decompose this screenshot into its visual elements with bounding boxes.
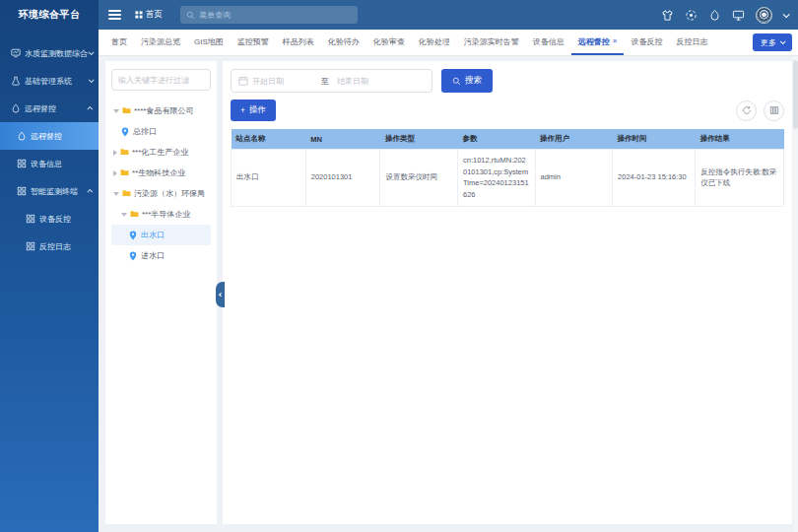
- breadcrumb-home-label: 首页: [146, 9, 163, 21]
- refresh-button[interactable]: [736, 100, 757, 121]
- tab-lab-review[interactable]: 化验审查: [366, 30, 412, 55]
- folder-icon: [120, 148, 129, 157]
- tab-gis-map[interactable]: GIS地图: [187, 30, 231, 55]
- table-row[interactable]: 出水口 2020101301 设置数采仪时间 cn:1012,rtuMN:202…: [232, 150, 784, 207]
- more-tabs-button[interactable]: 更多: [753, 33, 792, 51]
- location-pin-icon: [121, 127, 130, 136]
- scrollbar-thumb[interactable]: [793, 60, 798, 129]
- sidebar-item-label: 设备反控: [39, 214, 71, 225]
- search-icon: [186, 11, 195, 20]
- analysis-icon: [11, 48, 21, 58]
- flame-icon[interactable]: [708, 9, 721, 22]
- sidebar-item-label: 水质监测数据综合分析: [25, 48, 89, 59]
- col-site-name: 站点名称: [232, 129, 306, 150]
- cell-params: cn:1012,rtuMN:2020101301,cp:SystemTime=2…: [458, 150, 536, 207]
- monitor-icon[interactable]: [732, 9, 745, 22]
- table-tools: [736, 100, 784, 121]
- tab-reverse-control-log[interactable]: 反控日志: [669, 30, 714, 55]
- end-date-input[interactable]: [337, 77, 398, 86]
- cell-op-type: 设置数采仪时间: [380, 150, 458, 207]
- chevron-left-icon: [219, 293, 223, 297]
- tab-lab-process[interactable]: 化验处理: [412, 30, 457, 55]
- tree-node-company-biotech[interactable]: **生物科技企业: [111, 163, 211, 183]
- tree-node-label: 出水口: [141, 230, 165, 240]
- start-date-input[interactable]: [252, 77, 313, 86]
- search-icon: [452, 77, 461, 86]
- hamburger-icon[interactable]: [108, 10, 121, 20]
- site-tree-panel: ****食品有限公司 总排口 ***化工生产企业 **生物科技企业: [105, 61, 217, 524]
- tree-node-epa-bureau[interactable]: 污染源（水）环保局: [111, 183, 211, 204]
- col-op-time: 操作时间: [613, 129, 696, 150]
- page-scrollbar[interactable]: [793, 56, 798, 532]
- tab-lab-todo[interactable]: 化验待办: [321, 30, 366, 55]
- tab-pollution-overview[interactable]: 污染源总览: [134, 30, 187, 55]
- tree-node-label: **生物科技企业: [132, 167, 185, 178]
- cell-site-name: 出水口: [232, 150, 306, 207]
- grid-icon: [26, 241, 35, 251]
- tab-device-reverse-control[interactable]: 设备反控: [624, 30, 669, 55]
- tree-node-outlet[interactable]: 出水口: [111, 225, 211, 245]
- caret-right-icon: [113, 150, 117, 156]
- calendar-icon: [238, 76, 248, 86]
- tree-collapse-handle[interactable]: [216, 282, 225, 307]
- tab-sample-list[interactable]: 样品列表: [276, 30, 321, 55]
- breadcrumb[interactable]: 首页: [135, 9, 163, 21]
- app-title: 环境综合平台: [0, 0, 99, 30]
- col-params: 参数: [458, 129, 536, 150]
- tree-node-company-food[interactable]: ****食品有限公司: [111, 100, 211, 121]
- location-pin-icon: [129, 251, 138, 260]
- tree-node-inlet[interactable]: 进水口: [111, 245, 211, 266]
- management-icon: [11, 76, 21, 86]
- operation-log-table: 站点名称 MN 操作类型 参数 操作用户 操作时间 操作结果 出水口 20201…: [231, 129, 784, 207]
- search-button[interactable]: 搜索: [441, 69, 493, 93]
- chevron-down-icon[interactable]: [783, 11, 790, 18]
- sidebar-item-device-reverse-control[interactable]: 设备反控: [0, 205, 99, 233]
- tree-node-label: 污染源（水）环保局: [134, 188, 205, 199]
- sidebar-item-reverse-control-log[interactable]: 反控日志: [0, 233, 99, 260]
- tree-filter-input[interactable]: [111, 69, 211, 91]
- chevron-down-icon: [780, 38, 786, 44]
- sidebar-item-device-info[interactable]: 设备信息: [0, 150, 99, 177]
- tree-node-company-chemical[interactable]: ***化工生产企业: [111, 142, 211, 163]
- tab-device-info[interactable]: 设备信息: [526, 30, 571, 55]
- tab-home[interactable]: 首页: [104, 30, 134, 55]
- tree-node-label: ***化工生产企业: [132, 147, 188, 158]
- avatar[interactable]: [756, 7, 772, 24]
- cell-op-result: 反控指令执行失败:数采仪已下线: [696, 150, 784, 207]
- date-separator-label: 至: [317, 76, 333, 87]
- grid-icon: [26, 214, 35, 224]
- tab-monitor-warning[interactable]: 监控预警: [231, 30, 276, 55]
- cell-op-user: admin: [535, 150, 613, 207]
- caret-down-icon: [121, 213, 127, 217]
- table-toolbar: + 操作: [231, 100, 784, 121]
- screenshot-icon[interactable]: [685, 9, 698, 22]
- close-icon[interactable]: ×: [613, 37, 618, 45]
- tree-node-label: 进水口: [141, 250, 165, 261]
- column-settings-button[interactable]: [764, 100, 784, 121]
- location-pin-icon: [129, 231, 138, 239]
- sidebar-menu: 水质监测数据综合分析 基础管理系统 远程督控 远程督控: [0, 30, 99, 260]
- tab-remote-control[interactable]: 远程督控 ×: [571, 30, 625, 55]
- date-range-picker[interactable]: 至: [231, 69, 432, 93]
- theme-shirt-icon[interactable]: [661, 9, 674, 22]
- chevron-down-icon: [89, 77, 95, 83]
- sidebar-item-label: 基础管理系统: [25, 76, 72, 87]
- cell-mn: 2020101301: [305, 150, 380, 207]
- grid-icon: [17, 186, 27, 196]
- folder-icon: [130, 210, 139, 219]
- tree-node-company-semiconductor[interactable]: ***半导体企业: [111, 204, 211, 225]
- cell-op-time: 2024-01-23 15:16:30: [613, 150, 696, 207]
- tab-realtime-alarm[interactable]: 污染源实时告警: [457, 30, 526, 55]
- sidebar-item-remote-control[interactable]: 远程督控: [0, 95, 99, 122]
- sidebar-item-water-analysis[interactable]: 水质监测数据综合分析: [0, 39, 99, 67]
- sidebar-item-remote-control-sub[interactable]: 远程督控: [0, 122, 99, 150]
- sidebar-item-smart-terminal[interactable]: 智能监测终端: [0, 177, 99, 205]
- menu-search-input[interactable]: [199, 11, 352, 20]
- site-tree: ****食品有限公司 总排口 ***化工生产企业 **生物科技企业: [111, 100, 211, 266]
- tree-node-main-outlet[interactable]: 总排口: [111, 121, 211, 142]
- col-op-result: 操作结果: [696, 129, 784, 150]
- chevron-up-icon: [87, 106, 93, 112]
- sidebar-item-base-management[interactable]: 基础管理系统: [0, 67, 99, 95]
- tree-node-label: ***半导体企业: [142, 209, 190, 220]
- operate-button[interactable]: + 操作: [231, 100, 276, 121]
